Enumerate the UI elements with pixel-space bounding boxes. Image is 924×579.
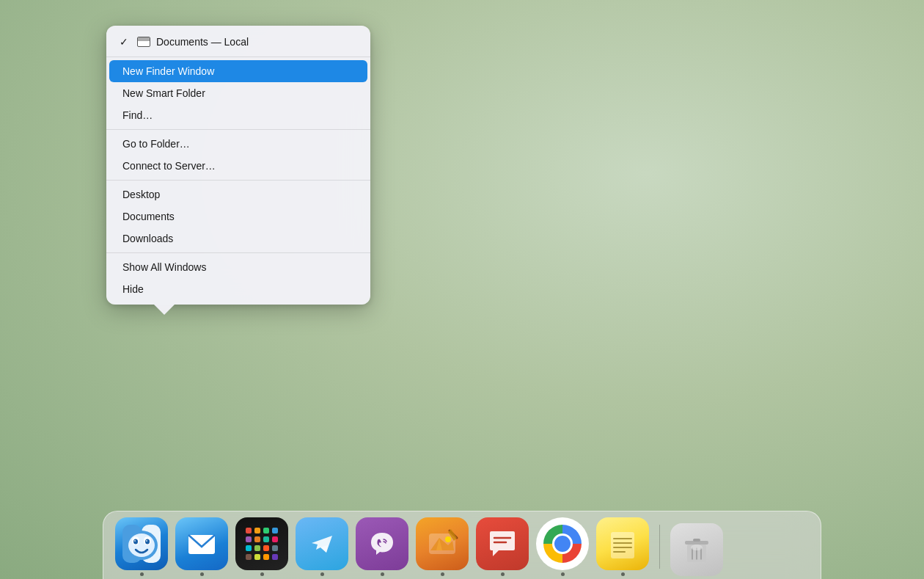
telegram-svg (306, 528, 338, 560)
menu-item-go-to-folder[interactable]: Go to Folder… (109, 133, 367, 155)
launchpad-dot (260, 572, 264, 576)
dock (103, 511, 821, 579)
dock-separator (659, 525, 660, 569)
notes-icon (596, 517, 649, 570)
iphoto-icon (416, 517, 469, 570)
notes-svg (604, 525, 641, 562)
window-icon (137, 37, 150, 47)
dock-item-finder[interactable] (115, 517, 168, 576)
dock-item-telegram[interactable] (296, 517, 348, 576)
dock-item-notes[interactable] (596, 517, 649, 576)
iphoto-svg (423, 525, 461, 563)
chrome-ring (543, 525, 582, 563)
menu-header: ✓ Documents — Local (106, 30, 370, 54)
speeko-icon (476, 517, 529, 570)
menu-item-documents[interactable]: Documents (109, 205, 367, 227)
mail-icon (175, 517, 228, 570)
svg-point-10 (146, 540, 147, 542)
svg-point-9 (145, 539, 150, 545)
menu-title: Documents — Local (156, 36, 249, 48)
notes-dot (621, 572, 625, 576)
dock-item-speeko[interactable] (476, 517, 529, 576)
svg-rect-21 (611, 532, 634, 558)
context-menu: ✓ Documents — Local New Finder Window Ne… (106, 26, 370, 305)
menu-item-connect-to-server[interactable]: Connect to Server… (109, 155, 367, 177)
divider-2 (106, 180, 370, 181)
checkmark-icon: ✓ (120, 36, 131, 48)
menu-item-show-all-windows[interactable]: Show All Windows (109, 256, 367, 278)
svg-point-32 (691, 545, 703, 550)
viber-icon (356, 517, 408, 570)
speeko-svg (484, 525, 521, 562)
trash-svg (678, 531, 715, 568)
menu-item-new-smart-folder[interactable]: New Smart Folder (109, 82, 367, 104)
finder-dot (140, 572, 144, 576)
iphoto-dot (441, 572, 444, 576)
svg-point-7 (134, 540, 136, 542)
menu-item-downloads[interactable]: Downloads (109, 227, 367, 250)
telegram-dot (320, 572, 324, 576)
menu-item-hide[interactable]: Hide (109, 278, 367, 300)
svg-rect-28 (693, 539, 700, 542)
telegram-icon (296, 517, 348, 570)
launchpad-grid (246, 528, 278, 560)
finder-face-svg (122, 525, 161, 563)
mail-dot (200, 572, 204, 576)
dock-item-chrome[interactable] (536, 517, 589, 576)
mail-svg (183, 525, 221, 563)
dock-item-iphoto[interactable] (416, 517, 469, 576)
chrome-icon (536, 517, 589, 570)
divider-0 (106, 57, 370, 57)
divider-3 (106, 252, 370, 253)
dock-item-trash[interactable] (670, 523, 723, 576)
trash-icon (670, 523, 723, 576)
speeko-dot (501, 572, 505, 576)
viber-dot (381, 572, 384, 576)
finder-icon (115, 517, 168, 570)
viber-svg (365, 527, 399, 561)
svg-point-6 (133, 539, 138, 545)
chrome-dot (561, 572, 565, 576)
menu-item-new-finder-window[interactable]: New Finder Window (109, 60, 367, 82)
menu-item-find[interactable]: Find… (109, 104, 367, 126)
menu-item-desktop[interactable]: Desktop (109, 183, 367, 205)
dock-item-mail[interactable] (175, 517, 228, 576)
launchpad-icon (235, 517, 288, 570)
dock-item-viber[interactable] (356, 517, 408, 576)
svg-point-16 (445, 536, 451, 542)
dock-item-launchpad[interactable] (235, 517, 288, 576)
divider-1 (106, 129, 370, 130)
